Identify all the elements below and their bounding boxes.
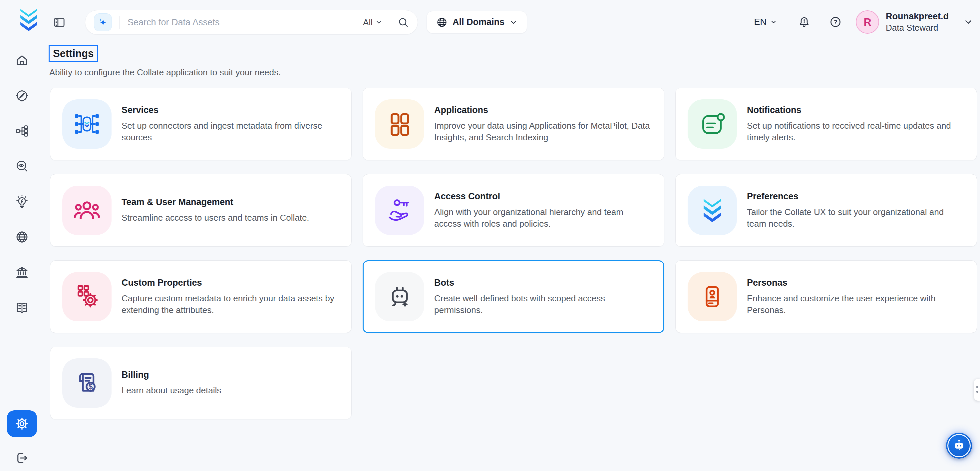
- avatar-initial: R: [864, 16, 871, 28]
- topbar-right-cluster: EN ? R Rounakpreet.d Data Steward: [754, 0, 973, 44]
- help-icon[interactable]: ?: [829, 16, 842, 28]
- globe-icon: [15, 230, 29, 244]
- card-title: Access Control: [434, 192, 652, 202]
- sidebar-item-glossary[interactable]: [15, 301, 29, 315]
- ai-sparkle-icon[interactable]: [94, 13, 112, 31]
- search-scope-label: All: [363, 18, 372, 28]
- language-label: EN: [754, 17, 767, 27]
- card-title: Services: [121, 105, 339, 115]
- card-text: Applications Improve your data using App…: [434, 105, 652, 143]
- hidden-widget-icon[interactable]: [974, 379, 980, 401]
- card-description: Set up notifications to received real-ti…: [747, 120, 965, 143]
- compass-icon: [15, 89, 29, 103]
- card-text: Services Set up connectors and ingest me…: [121, 105, 339, 143]
- global-search-bar[interactable]: All: [85, 10, 418, 35]
- settings-card-grid: Services Set up connectors and ingest me…: [50, 88, 980, 419]
- sidebar-item-domains[interactable]: [15, 230, 29, 244]
- page-subtitle: Ability to configure the Collate applica…: [49, 67, 980, 78]
- card-description: Tailor the Collate UX to suit your organ…: [747, 206, 965, 230]
- card-title: Team & User Management: [121, 197, 309, 208]
- card-title: Custom Properties: [121, 278, 339, 288]
- bell-icon[interactable]: [798, 16, 810, 28]
- sidebar-item-home[interactable]: [15, 53, 29, 67]
- card-title: Applications: [434, 105, 652, 115]
- user-role: Data Steward: [886, 22, 949, 34]
- card-access-control[interactable]: Access Control Align with your organizat…: [363, 174, 664, 247]
- card-title: Personas: [747, 278, 965, 288]
- bank-icon: [15, 265, 29, 279]
- card-text: Team & User Management Streamline access…: [121, 197, 309, 224]
- id-card-icon: [687, 272, 737, 321]
- card-billing[interactable]: $ Billing Learn about usage details: [50, 346, 352, 419]
- card-text: Personas Enhance and customize the user …: [747, 278, 965, 316]
- sidebar-item-govern[interactable]: [15, 265, 29, 279]
- card-title: Preferences: [747, 192, 965, 202]
- hierarchy-icon: [15, 124, 29, 138]
- card-description: Improve your data using Applications for…: [434, 120, 652, 143]
- chatbot-icon: [950, 437, 968, 454]
- collate-logo-icon[interactable]: [18, 7, 40, 35]
- home-icon: [15, 53, 29, 67]
- card-text: Access Control Align with your organizat…: [434, 192, 652, 230]
- svg-text:?: ?: [834, 19, 837, 26]
- card-text: Bots Create well-defined bots with scope…: [434, 278, 652, 316]
- sidebar-item-lineage[interactable]: [15, 124, 29, 138]
- user-name: Rounakpreet.d: [886, 11, 949, 22]
- card-title: Bots: [434, 278, 652, 288]
- user-info[interactable]: Rounakpreet.d Data Steward: [886, 11, 949, 33]
- card-custom-properties[interactable]: Custom Properties Capture custom metadat…: [50, 260, 352, 333]
- card-team-user-management[interactable]: Team & User Management Streamline access…: [50, 174, 352, 247]
- divider: [119, 16, 119, 29]
- language-selector[interactable]: EN: [754, 17, 777, 27]
- sidebar-item-explore[interactable]: [15, 89, 29, 103]
- card-applications[interactable]: Applications Improve your data using App…: [363, 88, 664, 160]
- receipt-dollar-icon: $: [62, 358, 111, 408]
- sidebar-bottom: [5, 402, 39, 471]
- search-input[interactable]: [127, 17, 363, 28]
- search-scope-dropdown[interactable]: All: [363, 18, 383, 28]
- card-personas[interactable]: Personas Enhance and customize the user …: [675, 260, 977, 333]
- card-description: Streamline access to users and teams in …: [121, 212, 309, 224]
- card-preferences[interactable]: Preferences Tailor the Collate UX to sui…: [675, 174, 977, 247]
- page-title: Settings: [49, 45, 98, 62]
- card-notifications[interactable]: Notifications Set up notifications to re…: [675, 88, 977, 160]
- notifications-icon: [687, 99, 737, 148]
- grid-gear-icon: [62, 272, 111, 321]
- robot-icon: [375, 272, 424, 321]
- divider: [5, 402, 39, 402]
- chevron-down-icon: [375, 19, 383, 26]
- book-icon: [15, 301, 29, 315]
- key-hand-icon: [375, 186, 424, 235]
- card-bots[interactable]: Bots Create well-defined bots with scope…: [363, 260, 664, 333]
- gear-icon: [14, 416, 30, 431]
- svg-text:$: $: [89, 382, 93, 391]
- card-description: Enhance and customize the user experienc…: [747, 293, 965, 316]
- sidebar-nav: [15, 44, 29, 315]
- avatar[interactable]: R: [856, 10, 879, 34]
- sidebar-toggle-icon[interactable]: [52, 16, 66, 29]
- sidebar-item-insights[interactable]: [15, 195, 29, 209]
- all-domains-button[interactable]: All Domains: [426, 11, 527, 34]
- chevron-down-icon: [509, 18, 517, 26]
- search-eye-icon: [15, 159, 29, 173]
- services-icon: [62, 99, 111, 148]
- card-services[interactable]: Services Set up connectors and ingest me…: [50, 88, 352, 160]
- all-domains-label: All Domains: [453, 17, 504, 27]
- card-description: Capture custom metadata to enrich your d…: [121, 293, 339, 316]
- divider: [390, 16, 390, 29]
- card-description: Set up connectors and ingest metadata fr…: [121, 120, 339, 143]
- card-title: Notifications: [747, 105, 965, 115]
- topbar: All All Domains EN: [0, 0, 980, 44]
- chatbot-button[interactable]: [946, 433, 972, 459]
- card-text: Preferences Tailor the Collate UX to sui…: [747, 192, 965, 230]
- chevron-down-icon[interactable]: [963, 17, 973, 27]
- lightbulb-icon: [15, 195, 29, 209]
- search-icon[interactable]: [398, 17, 409, 28]
- sidebar-item-observability[interactable]: [15, 159, 29, 173]
- sidebar-item-settings[interactable]: [7, 410, 37, 437]
- team-icon: [62, 186, 111, 235]
- chevron-down-icon: [770, 18, 777, 26]
- card-description: Learn about usage details: [121, 385, 221, 396]
- sidebar-item-logout[interactable]: [15, 451, 29, 465]
- applications-icon: [375, 99, 424, 148]
